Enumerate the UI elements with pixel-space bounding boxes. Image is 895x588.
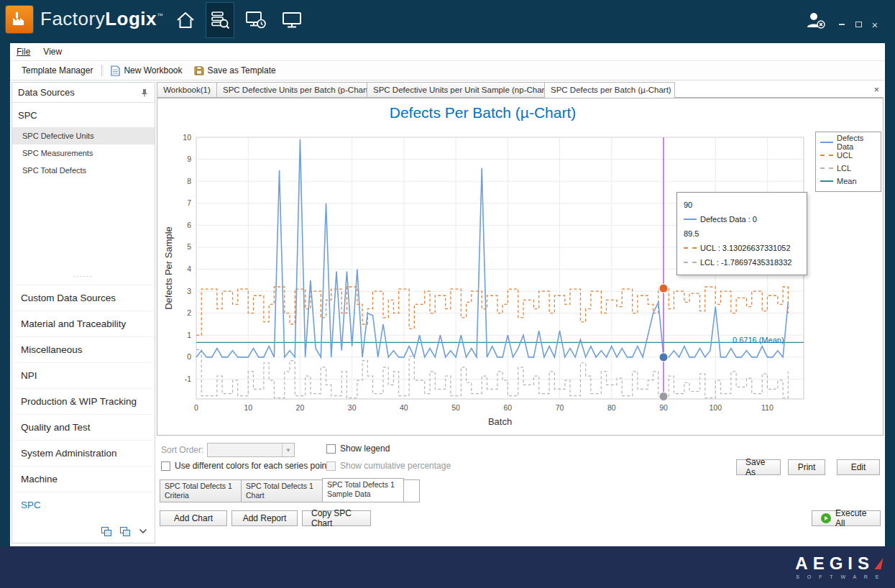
toolbar-separator [101, 65, 102, 76]
tooltip-ucl-swatch [684, 247, 697, 249]
nav-material-traceability[interactable]: Material and Traceability [12, 311, 155, 336]
execute-all-button[interactable]: Execute All [812, 510, 881, 526]
tab-workbook[interactable]: Workbook(1) [157, 82, 217, 97]
app-title: FactoryLogix™ [40, 8, 164, 30]
chart-tooltip: 90 Defects Data : 0 89.5 UCL : 3.1302663… [676, 192, 807, 275]
chart-controls: Sort Order: ▼ Show legend Use different … [157, 440, 883, 477]
add-report-button[interactable]: Add Report [231, 510, 298, 526]
menu-view[interactable]: View [37, 44, 68, 60]
sort-order-combo[interactable]: ▼ [207, 443, 295, 457]
copy-spc-chart-button[interactable]: Copy SPC Chart [302, 510, 371, 526]
menu-bar: File View [10, 43, 885, 61]
bottom-bar: AEGIS S O F T W A R E [0, 546, 895, 588]
sidebar-bottom-bar [12, 521, 155, 541]
main-area: Workbook(1) SPC Defective Units per Batc… [157, 81, 883, 543]
save-as-button[interactable]: Save As [736, 459, 781, 475]
minimize-button[interactable] [835, 19, 848, 30]
svg-text:90: 90 [659, 403, 668, 412]
nav-miscellaneous[interactable]: Miscellaneous [12, 336, 155, 362]
spc-chart[interactable]: -10123456789100102030405060708090100110B… [162, 127, 812, 433]
svg-text:1: 1 [187, 331, 191, 339]
nav-custom-data-sources[interactable]: Custom Data Sources [12, 285, 155, 311]
designer-button[interactable] [242, 6, 270, 35]
tabstrip-close-icon[interactable]: × [873, 86, 879, 94]
svg-text:50: 50 [451, 403, 460, 412]
print-button[interactable]: Print [788, 459, 825, 475]
tab-p-chart[interactable]: SPC Defective Units per Batch (p-Chart) [216, 82, 367, 97]
execute-icon [821, 513, 831, 523]
pin-icon[interactable] [140, 88, 149, 97]
svg-text:80: 80 [607, 403, 616, 412]
maximize-icon [855, 22, 862, 27]
monitor-button[interactable] [277, 6, 306, 35]
show-legend-box[interactable] [326, 444, 336, 454]
new-workbook-button[interactable]: New Workbook [105, 63, 188, 78]
factory-icon [10, 10, 29, 29]
edit-button[interactable]: Edit [837, 459, 880, 475]
logout-button[interactable] [804, 9, 828, 33]
svg-text:-1: -1 [185, 375, 191, 383]
sidebar-section-spc[interactable]: SPC [18, 110, 37, 121]
sidebar-splitter[interactable]: ...... [12, 272, 155, 280]
nav-quality-test[interactable]: Quality and Test [12, 414, 155, 440]
sidebar-item-spc-total-defects[interactable]: SPC Total Defects [12, 162, 155, 179]
sidebar-header: Data Sources [12, 83, 155, 103]
nav-system-administration[interactable]: System Administration [12, 440, 155, 466]
show-legend-checkbox[interactable]: Show legend [326, 444, 390, 454]
legend-ucl-swatch [820, 155, 833, 156]
tooltip-defects-value: Defects Data : 0 [700, 212, 757, 226]
legend-mean-swatch [820, 180, 833, 182]
chevron-down-icon[interactable] [139, 528, 147, 534]
nav-npi[interactable]: NPI [12, 362, 155, 388]
template-manager-button[interactable]: Template Manager [16, 63, 98, 78]
home-icon [175, 11, 196, 29]
nav-spc[interactable]: SPC [12, 492, 155, 518]
diff-colors-box[interactable] [161, 461, 170, 471]
sidebar-item-spc-defective-units[interactable]: SPC Defective Units [12, 127, 155, 144]
add-chart-button[interactable]: Add Chart [160, 510, 227, 526]
execute-all-label: Execute All [835, 508, 871, 528]
app-title-tm: ™ [157, 12, 164, 19]
tooltip-defects-row: Defects Data : 0 [684, 212, 800, 226]
subtab-criteria[interactable]: SPC Total Defects 1 Criteria [160, 479, 242, 502]
chart-title: Defects Per Batch (µ-Chart) [157, 104, 808, 121]
svg-text:0: 0 [187, 352, 191, 361]
legend-defects-swatch [820, 142, 833, 143]
data-sources-sidebar: Data Sources SPC SPC Defective Units SPC… [12, 82, 155, 543]
aegis-red-accent [874, 558, 883, 569]
new-document-icon [111, 65, 120, 76]
close-icon: × [872, 19, 878, 31]
analytics-button[interactable] [206, 2, 234, 38]
chart-legend: Defects Data UCL LCL Mean [815, 132, 881, 192]
svg-text:100: 100 [709, 403, 722, 412]
tab-np-chart[interactable]: SPC Defective Units per Unit Sample (np-… [367, 82, 545, 97]
tab-u-chart[interactable]: SPC Defects per Batch (µ-Chart) [544, 82, 675, 98]
maximize-button[interactable] [852, 19, 865, 30]
nav-production-wip[interactable]: Production & WIP Tracking [12, 388, 155, 414]
svg-text:10: 10 [183, 133, 191, 142]
nav-machine[interactable]: Machine [12, 466, 155, 492]
save-as-template-button[interactable]: Save as Template [188, 63, 282, 78]
new-workbook-label: New Workbook [124, 65, 182, 75]
mean-annotation: 0.6716 (Mean) [733, 336, 784, 344]
sidebar-item-spc-measurements[interactable]: SPC Measurements [12, 144, 155, 162]
home-button[interactable] [171, 6, 200, 35]
svg-text:9: 9 [187, 155, 191, 163]
close-button[interactable]: × [868, 19, 881, 30]
menu-file[interactable]: File [10, 44, 37, 60]
svg-text:7: 7 [187, 198, 191, 207]
subtab-sample-data[interactable]: SPC Total Defects 1 Sample Data [322, 478, 404, 502]
legend-lcl-swatch [820, 167, 833, 169]
subtab-sample-data-line1: SPC Total Defects 1 [327, 480, 399, 490]
subtab-chart[interactable]: SPC Total Defects 1 Chart [241, 479, 323, 502]
app-window: FactoryLogix™ [0, 0, 895, 588]
tile-windows-icon[interactable] [120, 527, 130, 536]
cumulative-checkbox: Show cumulative percentage [326, 461, 451, 471]
cascade-windows-icon[interactable] [101, 527, 111, 536]
legend-lcl-label: LCL [837, 164, 851, 173]
minimize-icon [839, 24, 845, 25]
svg-text:40: 40 [400, 403, 408, 412]
diff-colors-checkbox[interactable]: Use different colors for each series poi… [161, 461, 329, 471]
svg-text:5: 5 [187, 242, 191, 251]
legend-mean-label: Mean [837, 177, 857, 185]
